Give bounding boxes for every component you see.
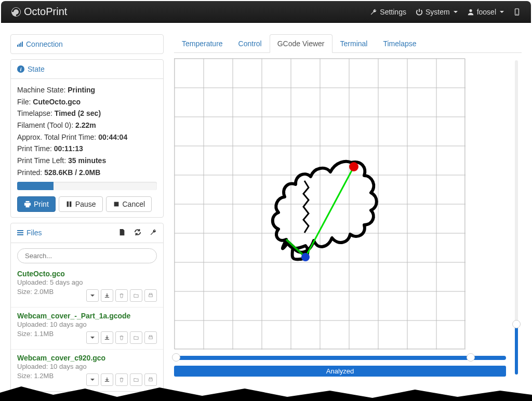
download-icon: [104, 335, 110, 340]
download-button[interactable]: [101, 373, 113, 386]
expand-button[interactable]: [86, 289, 99, 302]
horizontal-slider[interactable]: [174, 353, 506, 363]
system-dropdown[interactable]: System: [416, 8, 458, 16]
gcode-svg: [175, 59, 466, 350]
file-add-button[interactable]: [118, 229, 126, 237]
progress-bar-fill: [17, 182, 54, 190]
machine-state-label: Machine State:: [17, 86, 65, 94]
gcode-canvas[interactable]: [174, 58, 465, 349]
refresh-button[interactable]: [134, 229, 141, 237]
file-actions: [86, 331, 157, 344]
viewer-wrap: Analyzed: [174, 58, 522, 377]
power-icon: [416, 8, 423, 16]
trash-icon: [119, 293, 124, 298]
svg-rect-9: [150, 336, 152, 337]
trash-icon: [119, 335, 124, 340]
file-name[interactable]: Webcam_cover_-_Part_1a.gcode: [17, 312, 157, 320]
vslider-fill: [515, 324, 518, 375]
brand-text: OctoPrint: [24, 6, 67, 18]
download-button[interactable]: [101, 289, 113, 302]
sidebar: Connection i State Machine State: Printi…: [10, 34, 164, 397]
expand-button[interactable]: [86, 373, 99, 386]
svg-rect-6: [149, 295, 153, 297]
filament-value: 2.22m: [75, 121, 96, 129]
progress-bar-track: [17, 182, 157, 190]
vertical-slider[interactable]: [511, 58, 522, 377]
hslider-thumb-right[interactable]: [467, 353, 475, 362]
mobile-link[interactable]: [513, 8, 521, 16]
tab-timelapse[interactable]: Timelapse: [375, 34, 424, 53]
folder-icon: [134, 335, 139, 340]
delete-button[interactable]: [115, 331, 128, 344]
load-print-button[interactable]: [144, 331, 157, 344]
svg-point-0: [469, 9, 472, 11]
state-panel: i State Machine State: Printing File: Cu…: [10, 59, 164, 218]
file-value: CuteOcto.gco: [33, 98, 81, 106]
file-name[interactable]: Webcam_cover_c920.gco: [17, 354, 157, 362]
tab-gcode[interactable]: GCode Viewer: [270, 34, 332, 53]
vslider-thumb[interactable]: [512, 320, 521, 328]
folder-icon: [134, 377, 139, 382]
print-label: Print: [34, 200, 49, 208]
file-actions: [86, 289, 157, 302]
download-button[interactable]: [101, 331, 113, 344]
caret-icon: [454, 11, 458, 13]
vslider-track: [515, 60, 518, 375]
print-time-label: Print Time:: [17, 144, 52, 153]
connection-title: Connection: [26, 40, 63, 48]
state-body: Machine State: Printing File: CuteOcto.g…: [11, 79, 163, 217]
svg-point-36: [349, 162, 358, 171]
pause-button[interactable]: Pause: [59, 196, 103, 212]
files-header: Files: [11, 223, 163, 243]
delete-button[interactable]: [115, 289, 128, 302]
tab-terminal[interactable]: Terminal: [332, 34, 376, 53]
delete-button[interactable]: [115, 373, 128, 386]
state-title: State: [28, 65, 45, 73]
hslider-thumb-left[interactable]: [172, 353, 180, 362]
state-button-row: Print Pause Cancel: [17, 196, 157, 212]
svg-rect-5: [114, 202, 118, 206]
file-actions: [86, 373, 157, 386]
printer-icon: [148, 293, 153, 298]
files-title: Files: [26, 229, 42, 237]
settings-link[interactable]: Settings: [370, 8, 406, 16]
load-print-button[interactable]: [144, 289, 157, 302]
navbar-right: Settings System foosel: [370, 8, 521, 16]
print-icon: [24, 200, 31, 208]
svg-rect-4: [70, 201, 72, 207]
tab-control[interactable]: Control: [231, 34, 270, 53]
file-name[interactable]: CuteOcto.gco: [17, 270, 157, 278]
files-settings-button[interactable]: [150, 229, 157, 237]
connection-panel: Connection: [10, 34, 164, 54]
state-header[interactable]: i State: [11, 60, 163, 79]
print-button[interactable]: Print: [17, 196, 56, 212]
navbar: OctoPrint Settings System foosel: [1, 1, 531, 23]
folder-button[interactable]: [130, 331, 142, 344]
files-title-wrap[interactable]: Files: [17, 229, 42, 237]
timelapse-value: Timed (2 sec): [55, 109, 101, 117]
file-item: CuteOcto.gco Uploaded: 5 days ago Size: …: [11, 265, 163, 308]
connection-header[interactable]: Connection: [11, 35, 163, 54]
left-label: Print Time Left:: [17, 156, 66, 165]
user-dropdown[interactable]: foosel: [467, 8, 504, 16]
list-icon: [17, 230, 23, 235]
expand-button[interactable]: [86, 331, 99, 344]
load-print-button[interactable]: [144, 373, 157, 386]
cancel-button[interactable]: Cancel: [106, 196, 152, 212]
brand: OctoPrint: [11, 6, 67, 18]
pause-label: Pause: [75, 200, 96, 208]
chevron-down-icon: [90, 377, 95, 382]
brand-icon: [11, 7, 21, 17]
machine-state-value: Printing: [68, 86, 95, 94]
tab-temperature[interactable]: Temperature: [174, 34, 231, 53]
user-label: foosel: [477, 8, 496, 16]
file-uploaded: Uploaded: 10 days ago: [17, 320, 157, 329]
svg-rect-7: [150, 293, 152, 295]
folder-button[interactable]: [130, 373, 142, 386]
search-input[interactable]: [17, 248, 157, 263]
folder-button[interactable]: [130, 289, 142, 302]
files-panel: Files CuteOcto.gco Uploaded: 5 days ago: [10, 223, 164, 392]
download-icon: [104, 377, 110, 382]
mobile-icon: [513, 8, 521, 16]
download-icon: [104, 293, 110, 298]
